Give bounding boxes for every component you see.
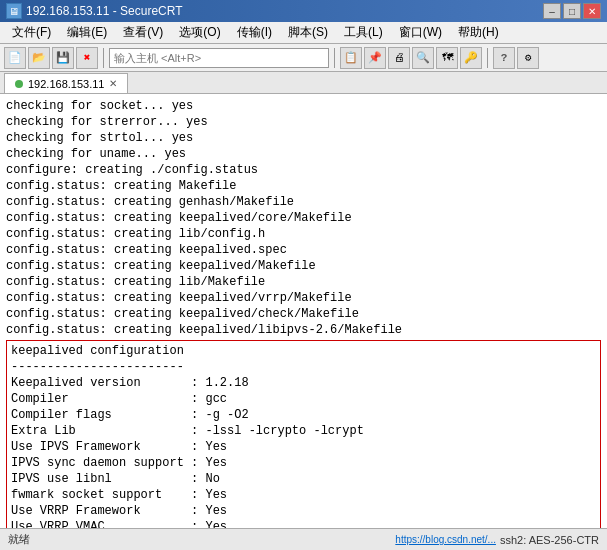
terminal-line: checking for strtol... yes — [6, 130, 601, 146]
host-input[interactable] — [114, 52, 324, 64]
menu-edit[interactable]: 编辑(E) — [59, 22, 115, 43]
status-bar: 就绪 https://blog.csdn.net/... ssh2: AES-2… — [0, 528, 607, 550]
menu-help[interactable]: 帮助(H) — [450, 22, 507, 43]
key-button[interactable]: 🔑 — [460, 47, 482, 69]
config-separator: ------------------------ — [11, 359, 596, 375]
terminal-line: checking for socket... yes — [6, 98, 601, 114]
terminal-line: config.status: creating keepalived/check… — [6, 306, 601, 322]
host-input-container[interactable] — [109, 48, 329, 68]
connection-indicator — [15, 80, 23, 88]
help-button[interactable]: ? — [493, 47, 515, 69]
terminal-line: config.status: creating keepalived/vrrp/… — [6, 290, 601, 306]
window-controls: – □ ✕ — [543, 3, 601, 19]
status-right: https://blog.csdn.net/... ssh2: AES-256-… — [395, 534, 599, 546]
paste-button[interactable]: 📌 — [364, 47, 386, 69]
menu-file[interactable]: 文件(F) — [4, 22, 59, 43]
toolbar-separator-1 — [103, 48, 104, 68]
print-button[interactable]: 🖨 — [388, 47, 410, 69]
terminal-line: config.status: creating lib/Makefile — [6, 274, 601, 290]
settings-button[interactable]: ⚙ — [517, 47, 539, 69]
session-tab[interactable]: 192.168.153.11 ✕ — [4, 73, 128, 93]
app-icon: 🖥 — [6, 3, 22, 19]
status-link[interactable]: https://blog.csdn.net/... — [395, 534, 496, 545]
config-vrrp-framework: Use VRRP Framework : Yes — [11, 503, 596, 519]
window-title: 192.168.153.11 - SecureCRT — [26, 4, 543, 18]
config-ipvs-sync: IPVS sync daemon support : Yes — [11, 455, 596, 471]
terminal-area[interactable]: checking for socket... yes checking for … — [0, 94, 607, 528]
config-compiler: Compiler : gcc — [11, 391, 596, 407]
menu-window[interactable]: 窗口(W) — [391, 22, 450, 43]
menu-script[interactable]: 脚本(S) — [280, 22, 336, 43]
tab-close-button[interactable]: ✕ — [109, 78, 117, 89]
config-compiler-flags: Compiler flags : -g -O2 — [11, 407, 596, 423]
menu-options[interactable]: 选项(O) — [171, 22, 228, 43]
terminal-line: config.status: creating genhash/Makefile — [6, 194, 601, 210]
encryption-status: ssh2: AES-256-CTR — [500, 534, 599, 546]
save-button[interactable]: 💾 — [52, 47, 74, 69]
terminal-line: configure: creating ./config.status — [6, 162, 601, 178]
config-extra-lib: Extra Lib : -lssl -lcrypto -lcrypt — [11, 423, 596, 439]
config-ipvs-libnl: IPVS use libnl : No — [11, 471, 596, 487]
config-ipvs-framework: Use IPVS Framework : Yes — [11, 439, 596, 455]
map-button[interactable]: 🗺 — [436, 47, 458, 69]
maximize-button[interactable]: □ — [563, 3, 581, 19]
config-fwmark: fwmark socket support : Yes — [11, 487, 596, 503]
terminal-line: config.status: creating lib/config.h — [6, 226, 601, 242]
toolbar-separator-2 — [334, 48, 335, 68]
config-heading: keepalived configuration — [11, 343, 596, 359]
terminal-line: checking for strerror... yes — [6, 114, 601, 130]
config-vrrp-vmac: Use VRRP VMAC : Yes — [11, 519, 596, 528]
terminal-line: config.status: creating keepalived/core/… — [6, 210, 601, 226]
open-session-button[interactable]: 📂 — [28, 47, 50, 69]
minimize-button[interactable]: – — [543, 3, 561, 19]
terminal-line: config.status: creating keepalived/libip… — [6, 322, 601, 338]
toolbar: 📄 📂 💾 ✖ 📋 📌 🖨 🔍 🗺 🔑 ? ⚙ — [0, 44, 607, 72]
close-button[interactable]: ✕ — [583, 3, 601, 19]
terminal-line: config.status: creating Makefile — [6, 178, 601, 194]
terminal-line: config.status: creating keepalived/Makef… — [6, 258, 601, 274]
menu-bar: 文件(F) 编辑(E) 查看(V) 选项(O) 传输(I) 脚本(S) 工具(L… — [0, 22, 607, 44]
title-bar: 🖥 192.168.153.11 - SecureCRT – □ ✕ — [0, 0, 607, 22]
status-text: 就绪 — [8, 532, 30, 547]
copy-button[interactable]: 📋 — [340, 47, 362, 69]
toolbar-separator-3 — [487, 48, 488, 68]
menu-view[interactable]: 查看(V) — [115, 22, 171, 43]
new-session-button[interactable]: 📄 — [4, 47, 26, 69]
terminal-line: checking for uname... yes — [6, 146, 601, 162]
disconnect-button[interactable]: ✖ — [76, 47, 98, 69]
menu-tools[interactable]: 工具(L) — [336, 22, 391, 43]
find-button[interactable]: 🔍 — [412, 47, 434, 69]
tab-bar: 192.168.153.11 ✕ — [0, 72, 607, 94]
terminal-line: config.status: creating keepalived.spec — [6, 242, 601, 258]
keepalived-config-box: keepalived configuration ---------------… — [6, 340, 601, 528]
tab-label: 192.168.153.11 — [28, 78, 104, 90]
menu-transfer[interactable]: 传输(I) — [229, 22, 280, 43]
config-version: Keepalived version : 1.2.18 — [11, 375, 596, 391]
